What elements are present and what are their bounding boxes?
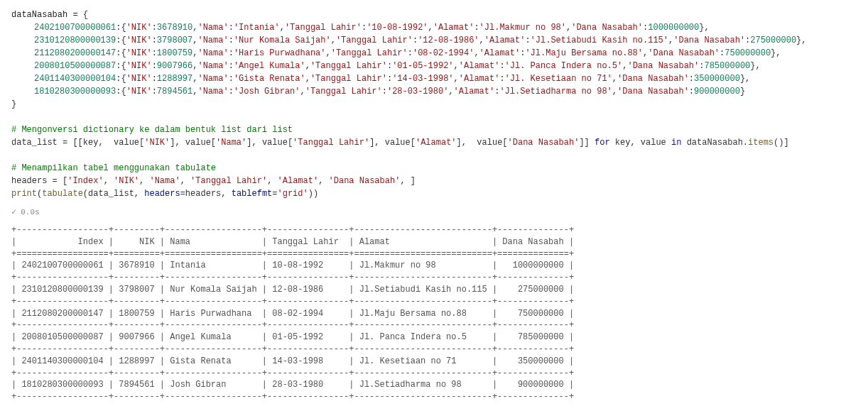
code-cell[interactable]: dataNasabah = { 2402100700000061:{'NIK':… bbox=[6, 6, 862, 203]
check-icon: ✓ bbox=[11, 206, 16, 219]
execution-status: ✓ 0.0s bbox=[6, 203, 862, 221]
code-line: } bbox=[11, 98, 857, 111]
code-comment: # Mengonversi dictionary ke dalam bentuk… bbox=[11, 124, 857, 136]
code-line: 2008010500000087:{'NIK':9007966,'Nama':'… bbox=[11, 60, 857, 72]
code-comment: # Menampilkan tabel menggunakan tabulate bbox=[11, 162, 857, 175]
output-cell: +------------------+---------+----------… bbox=[6, 221, 862, 406]
code-line: 2112080200000147:{'NIK':1800759,'Nama':'… bbox=[11, 47, 857, 60]
exec-time: 0.0s bbox=[21, 207, 39, 219]
code-line: headers = ['Index', 'NIK', 'Nama', 'Tang… bbox=[11, 175, 857, 187]
code-line: 2310120800000139:{'NIK':3798007,'Nama':'… bbox=[11, 34, 857, 47]
code-line: 1810280300000093:{'NIK':7894561,'Nama':'… bbox=[11, 85, 857, 98]
code-line: 2402100700000061:{'NIK':3678910,'Nama':'… bbox=[11, 21, 857, 34]
code-line: dataNasabah = { bbox=[11, 9, 857, 21]
code-line: print(tabulate(data_list, headers=header… bbox=[11, 187, 857, 200]
code-line: 2401140300000104:{'NIK':1288997,'Nama':'… bbox=[11, 72, 857, 85]
code-line: data_list = [[key, value['NIK'], value['… bbox=[11, 136, 857, 149]
